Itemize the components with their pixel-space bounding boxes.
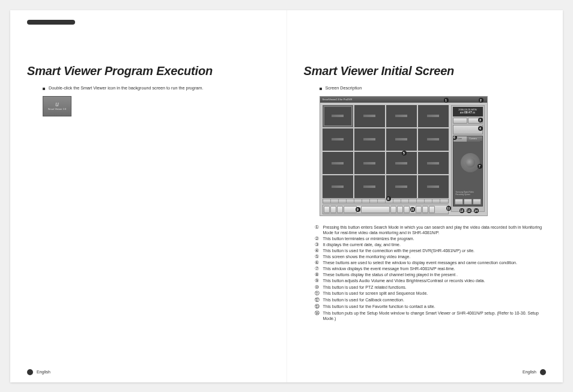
status-segment[interactable]: [425, 199, 432, 203]
right-page: Smart Viewer Initial Screen Screen Descr…: [287, 10, 563, 382]
time-text: AM 09:47.06: [460, 111, 475, 115]
video-cell[interactable]: [323, 175, 353, 198]
video-cell[interactable]: [386, 152, 417, 174]
tab-camera[interactable]: Camera: [467, 136, 480, 142]
video-grid: [323, 105, 449, 198]
callout-10: 10: [410, 207, 415, 212]
cell-logo-icon: [363, 162, 375, 164]
status-segment[interactable]: [393, 199, 401, 203]
event-window: Live Camera 6 7 Samsung Digital Video Re…: [453, 136, 483, 207]
control-button[interactable]: [344, 206, 357, 213]
desc-row: ④This button is used for the connection …: [315, 248, 547, 253]
cell-logo-icon: [395, 185, 407, 188]
eye-icon: [461, 153, 480, 172]
cell-logo-icon: [395, 138, 407, 140]
callout-3: 3: [478, 118, 483, 122]
status-segment[interactable]: [362, 199, 370, 203]
cell-logo-icon: [332, 115, 344, 117]
video-cell[interactable]: [354, 175, 385, 198]
cell-logo-icon: [363, 185, 375, 188]
smart-viewer-icon[interactable]: u Smart Viewer 2.0: [43, 96, 71, 116]
video-cell[interactable]: [418, 175, 449, 198]
left-page-title: Smart Viewer Program Execution: [27, 64, 270, 78]
page-dot-icon: [540, 369, 546, 375]
video-cell[interactable]: [418, 152, 449, 174]
callout-2: 2: [479, 98, 484, 103]
control-button[interactable]: [404, 206, 410, 213]
control-button[interactable]: [429, 206, 435, 213]
callback-button[interactable]: [455, 199, 463, 205]
callout-14: 14: [474, 208, 479, 213]
cell-logo-icon: [332, 185, 344, 188]
status-segment[interactable]: [409, 199, 417, 203]
bullet-icon: [320, 88, 322, 90]
status-segment[interactable]: [401, 199, 409, 203]
connect-button[interactable]: [453, 118, 468, 124]
status-segment[interactable]: [440, 199, 447, 203]
desc-row: ⑬This button is used for the Favorite fu…: [315, 304, 547, 310]
status-segment[interactable]: [432, 199, 440, 203]
event-tab-strip: Live Camera: [453, 136, 482, 142]
desc-row: ⑧These buttons display the status of cha…: [315, 272, 547, 277]
cell-logo-icon: [427, 162, 439, 164]
right-bullet-text: Screen Description: [326, 85, 362, 91]
status-segment[interactable]: [354, 199, 362, 203]
status-segment[interactable]: [347, 199, 354, 203]
status-segment[interactable]: [370, 199, 378, 203]
left-bullet: Double-click the Smart Viewer icon in th…: [43, 85, 270, 91]
callout-12: 12: [459, 208, 464, 213]
side-bottom-buttons: [455, 199, 481, 205]
desc-row: ⑫This button is used for Callback connec…: [315, 297, 547, 303]
left-footer-label: English: [37, 370, 50, 374]
callout-1: 1: [444, 98, 449, 103]
document-spread: Smart Viewer Program Execution Double-cl…: [10, 10, 563, 382]
video-cell[interactable]: [323, 128, 353, 151]
status-segment[interactable]: [331, 199, 339, 203]
icon-glyph: u: [55, 101, 59, 107]
status-segment[interactable]: [323, 199, 331, 203]
right-footer-label: English: [523, 370, 536, 374]
control-button[interactable]: [390, 206, 396, 213]
app-titlebar: SmartViewer2.0 for ProDVR: [320, 97, 487, 103]
status-segment[interactable]: [417, 199, 425, 203]
control-button[interactable]: [397, 206, 403, 213]
desc-row: ③It displays the current date, day, and …: [315, 242, 547, 247]
status-segment[interactable]: [339, 199, 347, 203]
cell-logo-icon: [427, 115, 439, 117]
control-button[interactable]: [361, 206, 390, 213]
left-page: Smart Viewer Program Execution Double-cl…: [10, 10, 286, 382]
callout-5: 5: [402, 151, 407, 155]
side-panel: 2006.03.20.MON AM 09:47.06 3 4 Live Came…: [451, 105, 485, 212]
cell-logo-icon: [395, 162, 407, 164]
setup-button[interactable]: [473, 199, 481, 205]
video-cell[interactable]: [354, 128, 385, 151]
control-button[interactable]: [422, 206, 428, 213]
video-cell[interactable]: [386, 128, 417, 151]
cell-logo-icon: [332, 162, 344, 164]
video-cell[interactable]: [323, 105, 353, 127]
video-cell[interactable]: [418, 128, 449, 151]
video-cell[interactable]: [354, 152, 385, 174]
control-button[interactable]: [330, 206, 336, 213]
callout-7: 7: [478, 164, 482, 169]
desc-row: ⑤This screen shows the monitoring video …: [315, 254, 547, 259]
status-bar: [323, 199, 449, 204]
callout-6: 6: [453, 136, 457, 140]
video-cell[interactable]: [386, 175, 417, 198]
favorite-button[interactable]: [464, 199, 472, 205]
control-button[interactable]: [416, 206, 422, 213]
video-cell[interactable]: [418, 105, 449, 127]
desc-row: ①Pressing this button enters Search Mode…: [315, 225, 547, 235]
control-button[interactable]: [337, 206, 343, 213]
status-segment[interactable]: [378, 199, 386, 203]
control-button[interactable]: [324, 206, 330, 213]
video-cell[interactable]: [386, 105, 417, 127]
audio-video-controls: [324, 206, 357, 213]
section-tab-bar: [27, 20, 75, 25]
video-cell[interactable]: [354, 105, 385, 127]
description-list: ①Pressing this button enters Search Mode…: [315, 225, 547, 322]
video-cell[interactable]: [323, 152, 353, 174]
right-footer: English: [523, 369, 546, 375]
callout-11: 11: [446, 206, 451, 211]
callout-4: 4: [478, 126, 483, 131]
